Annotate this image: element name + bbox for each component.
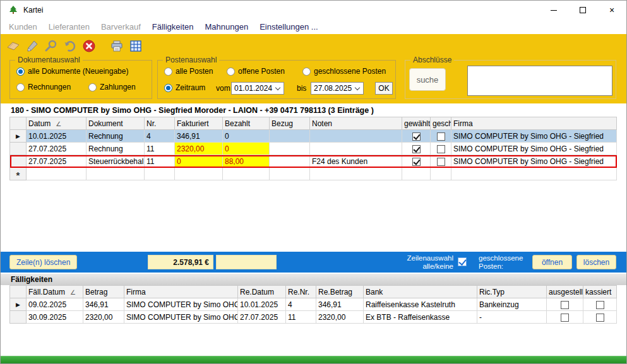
cell-fakturiert[interactable]: 2320,00 (175, 143, 223, 155)
cell-betrag[interactable]: 346,91 (83, 298, 124, 311)
print-button[interactable] (109, 38, 124, 54)
cell-faell-datum[interactable]: 30.09.2025 (27, 311, 83, 324)
col-header-dokument[interactable]: Dokument (87, 117, 145, 130)
radio-alle-posten[interactable]: alle Posten (164, 67, 213, 76)
cell-bezug[interactable] (270, 143, 310, 155)
cell-empty[interactable] (451, 168, 617, 180)
cell-firma[interactable]: SIMO COMPUTER by Simo OHG (124, 298, 238, 311)
cell-empty[interactable] (270, 168, 310, 180)
cell-datum[interactable]: 27.07.2025 (27, 155, 87, 168)
cell-noten[interactable] (310, 130, 402, 143)
cell-empty[interactable] (431, 168, 451, 180)
cell-fakturiert[interactable]: 346,91 (175, 130, 223, 143)
col-header-nr[interactable]: Nr. (145, 117, 175, 130)
cell-bezug[interactable] (270, 155, 310, 168)
col-header-re-nr[interactable]: Re.Nr. (286, 286, 316, 298)
geschl-checkbox[interactable] (437, 158, 445, 166)
ausgestellt-checkbox[interactable] (561, 301, 569, 309)
open-posten-button[interactable]: öffnen (532, 255, 572, 269)
menu-item-faelligkeiten[interactable]: Fälligkeiten (146, 20, 200, 33)
cell-firma[interactable]: SIMO COMPUTER by Simo OHG - Siegfried (451, 155, 617, 168)
cell-nr[interactable]: 4 (145, 130, 175, 143)
col-header-bezahlt[interactable]: Bezahlt (223, 117, 270, 130)
cell-kassiert[interactable] (583, 298, 617, 311)
cancel-button[interactable] (81, 38, 97, 54)
cell-re-betrag[interactable]: 346,91 (316, 298, 364, 311)
cell-fakturiert[interactable]: 0 (175, 155, 223, 168)
cell-re-betrag[interactable]: 2320,00 (316, 311, 364, 324)
delete-posten-button[interactable]: löschen (576, 255, 616, 269)
bis-date-select[interactable]: 27.08.2025 (311, 82, 364, 95)
cell-ausgestellt[interactable] (547, 298, 583, 311)
col-header-bezug[interactable]: Bezug (270, 117, 310, 130)
radio-rechnungen[interactable]: Rechnungen (16, 83, 71, 91)
cell-re-datum[interactable]: 10.01.2025 (238, 298, 286, 311)
col-header-fakturiert[interactable]: Fakturiert (175, 117, 223, 130)
cell-re-nr[interactable]: 11 (286, 311, 316, 324)
cell-dokument[interactable]: Rechnung (87, 130, 145, 143)
cell-geschl[interactable] (431, 155, 451, 168)
grid-layout-button[interactable] (128, 38, 143, 54)
maximize-button[interactable] (568, 1, 597, 20)
cell-gewaehlt[interactable] (402, 143, 431, 155)
row-selector[interactable]: * (10, 168, 27, 180)
minimize-button[interactable] (539, 1, 568, 20)
abschluesse-box[interactable] (467, 66, 612, 96)
row-selector[interactable]: ▶ (10, 155, 27, 168)
radio-alle-dokumente[interactable]: alle Dokumente (Neueingabe) (16, 67, 128, 76)
cell-re-nr[interactable]: 4 (286, 298, 316, 311)
row-selector[interactable]: ▶ (10, 298, 27, 311)
cell-bezahlt[interactable]: 0 (223, 143, 270, 155)
menu-item-lieferanten[interactable]: Lieferanten (43, 20, 95, 33)
delete-rows-button[interactable]: Zeile(n) löschen (9, 255, 77, 269)
cell-nr[interactable]: 11 (145, 143, 175, 155)
cell-bezahlt[interactable]: 88,00 (223, 155, 270, 168)
menu-item-einstellungen[interactable]: Einstellungen ... (254, 20, 324, 33)
select-all-rows-checkbox[interactable] (458, 257, 467, 266)
suche-button[interactable]: suche (409, 68, 446, 91)
cell-datum[interactable]: 10.01.2025 (27, 130, 87, 143)
close-button[interactable]: × (597, 1, 626, 20)
edit-button[interactable] (25, 38, 40, 54)
cell-empty[interactable] (175, 168, 223, 180)
col-header-re-datum[interactable]: Re.Datum (238, 286, 286, 298)
cell-firma[interactable]: SIMO COMPUTER by Simo OHG - Siegfried (451, 143, 617, 155)
kassiert-checkbox[interactable] (596, 301, 604, 309)
cell-geschl[interactable] (431, 130, 451, 143)
cell-empty[interactable] (402, 168, 431, 180)
col-header-gewaehlt[interactable]: gewählt (402, 117, 431, 130)
col-header-bank[interactable]: Bank (364, 286, 477, 298)
col-header-re-betrag[interactable]: Re.Betrag (316, 286, 364, 298)
new-card-button[interactable] (6, 38, 21, 54)
radio-offene-posten[interactable]: offene Posten (227, 67, 285, 76)
cell-empty[interactable] (87, 168, 145, 180)
col-header-noten[interactable]: Noten (310, 117, 402, 130)
row-selector[interactable]: ▶ (10, 130, 27, 143)
cell-gewaehlt[interactable] (402, 155, 431, 168)
row-selector[interactable]: ▶ (10, 143, 27, 155)
geschl-checkbox[interactable] (437, 132, 445, 141)
cell-datum[interactable]: 27.07.2025 (27, 143, 87, 155)
cell-re-datum[interactable]: 27.07.2025 (238, 311, 286, 324)
cell-empty[interactable] (310, 168, 402, 180)
cell-bezug[interactable] (270, 130, 310, 143)
total-bezahlt-field[interactable] (216, 255, 277, 269)
cell-ric-typ[interactable]: - (477, 311, 547, 324)
col-header-datum[interactable]: Datum∠ (27, 117, 87, 130)
kassiert-checkbox[interactable] (596, 314, 604, 322)
col-header-geschl[interactable]: geschl (431, 117, 451, 130)
cell-dokument[interactable]: Steuerrückbehal (87, 155, 145, 168)
cell-firma[interactable]: SIMO COMPUTER by Simo OHG - Siegfried (451, 130, 617, 143)
col-header-ric-typ[interactable]: Ric.Typ (477, 286, 547, 298)
cell-bank[interactable]: Raiffeisenkasse Kastelruth (364, 298, 477, 311)
col-header-betrag[interactable]: Betrag (83, 286, 124, 298)
search-button[interactable] (44, 38, 59, 54)
cell-kassiert[interactable] (583, 311, 617, 324)
selector-column-header[interactable] (10, 286, 27, 298)
cell-bezahlt[interactable]: 0 (223, 130, 270, 143)
cell-empty[interactable] (27, 168, 87, 180)
cell-empty[interactable] (145, 168, 175, 180)
radio-zeitraum[interactable]: Zeitraum (164, 83, 205, 92)
selector-column-header[interactable] (10, 117, 27, 130)
cell-firma[interactable]: SIMO COMPUTER by Simo OHG (124, 311, 238, 324)
